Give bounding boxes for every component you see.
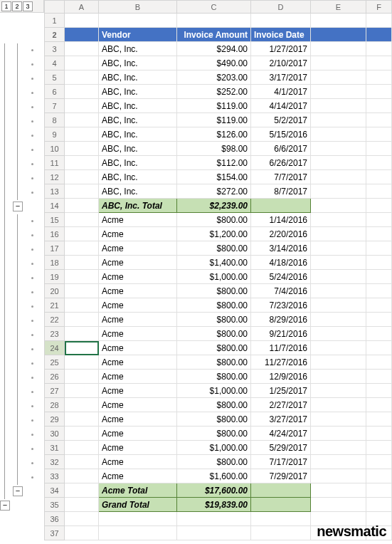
cell-date-21[interactable]: 7/23/2016 bbox=[251, 298, 311, 313]
cell-vendor-6[interactable]: ABC, Inc. bbox=[99, 85, 177, 99]
outline-toggle-grand[interactable]: − bbox=[0, 501, 10, 511]
cell-E20[interactable] bbox=[311, 284, 366, 298]
cell-blank-37-3[interactable] bbox=[251, 526, 311, 540]
cell-A28[interactable] bbox=[65, 398, 99, 412]
row-header-13[interactable]: 13 bbox=[45, 184, 65, 199]
cell-blank-1-3[interactable] bbox=[251, 14, 311, 28]
cell-date-31[interactable]: 5/29/2017 bbox=[251, 441, 311, 455]
subtotal-date-35[interactable] bbox=[251, 498, 311, 512]
cell-E5[interactable] bbox=[311, 70, 366, 85]
col-header-E[interactable]: E bbox=[311, 1, 366, 14]
row-header-1[interactable]: 1 bbox=[45, 14, 65, 28]
cell-F14[interactable] bbox=[366, 199, 392, 213]
cell-vendor-27[interactable]: Acme bbox=[99, 384, 177, 398]
cell-A5[interactable] bbox=[65, 70, 99, 85]
cell-amount-11[interactable]: $112.00 bbox=[177, 156, 251, 170]
cell-vendor-30[interactable]: Acme bbox=[99, 427, 177, 441]
cell-F24[interactable] bbox=[366, 341, 392, 355]
cell-amount-16[interactable]: $1,200.00 bbox=[177, 227, 251, 241]
cell-amount-15[interactable]: $800.00 bbox=[177, 213, 251, 227]
row-header-8[interactable]: 8 bbox=[45, 113, 65, 127]
cell-A34[interactable] bbox=[65, 483, 99, 498]
cell-amount-23[interactable]: $800.00 bbox=[177, 327, 251, 341]
cell-F33[interactable] bbox=[366, 469, 392, 483]
cell-E17[interactable] bbox=[311, 241, 366, 256]
cell-date-22[interactable]: 8/29/2016 bbox=[251, 313, 311, 327]
cell-E19[interactable] bbox=[311, 270, 366, 284]
cell-E2[interactable] bbox=[311, 28, 366, 42]
cell-amount-5[interactable]: $203.00 bbox=[177, 70, 251, 85]
row-header-34[interactable]: 34 bbox=[45, 483, 65, 498]
cell-vendor-5[interactable]: ABC, Inc. bbox=[99, 70, 177, 85]
cell-amount-33[interactable]: $1,600.00 bbox=[177, 469, 251, 483]
col-header-D[interactable]: D bbox=[251, 1, 311, 14]
cell-E18[interactable] bbox=[311, 256, 366, 270]
cell-date-33[interactable]: 7/29/2017 bbox=[251, 469, 311, 483]
cell-A6[interactable] bbox=[65, 85, 99, 99]
cell-vendor-25[interactable]: Acme bbox=[99, 355, 177, 370]
cell-A8[interactable] bbox=[65, 113, 99, 127]
col-header-A[interactable]: A bbox=[65, 1, 99, 14]
subtotal-vendor-35[interactable]: Grand Total bbox=[99, 498, 177, 512]
cell-date-28[interactable]: 2/27/2017 bbox=[251, 398, 311, 412]
cell-blank-1-5[interactable] bbox=[366, 14, 392, 28]
row-header-37[interactable]: 37 bbox=[45, 526, 65, 540]
cell-F12[interactable] bbox=[366, 170, 392, 184]
cell-vendor-24[interactable]: Acme bbox=[99, 341, 177, 355]
cell-A29[interactable] bbox=[65, 412, 99, 427]
cell-blank-36-2[interactable] bbox=[177, 512, 251, 526]
cell-F34[interactable] bbox=[366, 483, 392, 498]
row-header-7[interactable]: 7 bbox=[45, 99, 65, 113]
cell-F25[interactable] bbox=[366, 355, 392, 370]
header-date[interactable]: Invoice Date bbox=[251, 28, 311, 42]
cell-blank-36-1[interactable] bbox=[99, 512, 177, 526]
cell-date-25[interactable]: 11/27/2016 bbox=[251, 355, 311, 370]
subtotal-vendor-34[interactable]: Acme Total bbox=[99, 483, 177, 498]
cell-amount-18[interactable]: $1,400.00 bbox=[177, 256, 251, 270]
cell-date-27[interactable]: 1/25/2017 bbox=[251, 384, 311, 398]
cell-amount-32[interactable]: $800.00 bbox=[177, 455, 251, 469]
cell-vendor-19[interactable]: Acme bbox=[99, 270, 177, 284]
header-vendor[interactable]: Vendor bbox=[99, 28, 177, 42]
cell-F29[interactable] bbox=[366, 412, 392, 427]
cell-blank-1-2[interactable] bbox=[177, 14, 251, 28]
cell-E25[interactable] bbox=[311, 355, 366, 370]
cell-A18[interactable] bbox=[65, 256, 99, 270]
cell-E27[interactable] bbox=[311, 384, 366, 398]
cell-date-13[interactable]: 8/7/2017 bbox=[251, 184, 311, 199]
cell-E24[interactable] bbox=[311, 341, 366, 355]
row-header-18[interactable]: 18 bbox=[45, 256, 65, 270]
row-header-16[interactable]: 16 bbox=[45, 227, 65, 241]
cell-E3[interactable] bbox=[311, 42, 366, 56]
cell-E29[interactable] bbox=[311, 412, 366, 427]
cell-vendor-22[interactable]: Acme bbox=[99, 313, 177, 327]
outline-level-1[interactable]: 1 bbox=[1, 1, 11, 11]
cell-vendor-33[interactable]: Acme bbox=[99, 469, 177, 483]
grid[interactable]: A B C D E F 12VendorInvoice AmountInvoic… bbox=[44, 0, 392, 540]
cell-E11[interactable] bbox=[311, 156, 366, 170]
row-header-3[interactable]: 3 bbox=[45, 42, 65, 56]
cell-A24[interactable] bbox=[65, 341, 99, 355]
cell-vendor-21[interactable]: Acme bbox=[99, 298, 177, 313]
cell-F26[interactable] bbox=[366, 370, 392, 384]
cell-F16[interactable] bbox=[366, 227, 392, 241]
cell-E21[interactable] bbox=[311, 298, 366, 313]
cell-F11[interactable] bbox=[366, 156, 392, 170]
cell-amount-29[interactable]: $800.00 bbox=[177, 412, 251, 427]
cell-F7[interactable] bbox=[366, 99, 392, 113]
cell-A12[interactable] bbox=[65, 170, 99, 184]
cell-date-16[interactable]: 2/20/2016 bbox=[251, 227, 311, 241]
cell-A3[interactable] bbox=[65, 42, 99, 56]
cell-F30[interactable] bbox=[366, 427, 392, 441]
cell-E10[interactable] bbox=[311, 142, 366, 156]
cell-vendor-8[interactable]: ABC, Inc. bbox=[99, 113, 177, 127]
cell-F13[interactable] bbox=[366, 184, 392, 199]
cell-E9[interactable] bbox=[311, 127, 366, 142]
row-header-15[interactable]: 15 bbox=[45, 213, 65, 227]
cell-A11[interactable] bbox=[65, 156, 99, 170]
cell-date-24[interactable]: 11/7/2016 bbox=[251, 341, 311, 355]
row-header-19[interactable]: 19 bbox=[45, 270, 65, 284]
outline-level-3[interactable]: 3 bbox=[23, 1, 33, 11]
cell-A26[interactable] bbox=[65, 370, 99, 384]
cell-A31[interactable] bbox=[65, 441, 99, 455]
